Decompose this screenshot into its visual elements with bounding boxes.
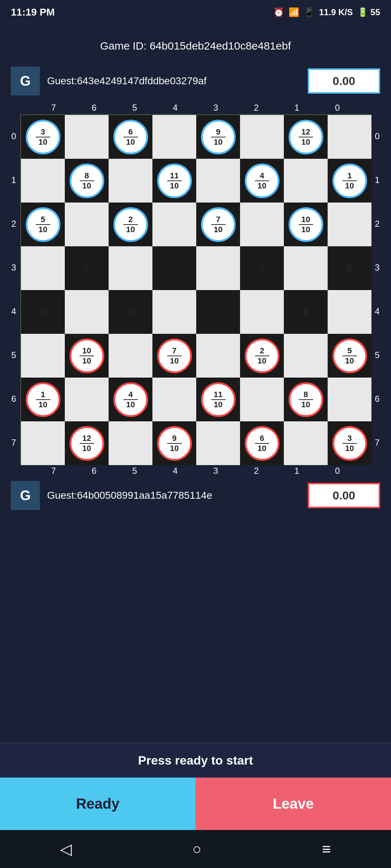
board-cell[interactable] — [328, 115, 371, 159]
operator-symbol: + — [83, 260, 91, 276]
board-cell[interactable] — [196, 159, 240, 203]
blue-piece[interactable]: 410 — [245, 163, 279, 198]
board-cell[interactable]: 1010 — [284, 203, 328, 246]
board-cell[interactable] — [65, 290, 109, 334]
blue-piece[interactable]: 710 — [201, 207, 236, 242]
blue-piece[interactable]: 910 — [201, 120, 236, 154]
blue-piece[interactable]: 210 — [113, 207, 148, 242]
board-cell[interactable]: 310 — [328, 421, 371, 465]
board-cell[interactable]: 910 — [196, 115, 240, 159]
board-cell[interactable]: 710 — [196, 203, 240, 246]
red-piece[interactable]: 1110 — [201, 382, 236, 417]
board-cell[interactable] — [240, 378, 284, 421]
board-cell[interactable] — [240, 290, 284, 334]
blue-piece[interactable]: 510 — [26, 207, 60, 242]
ready-button[interactable]: Ready — [0, 778, 196, 830]
board-cell[interactable]: 1010 — [65, 334, 109, 378]
board-cell[interactable]: 610 — [109, 115, 152, 159]
board-cell[interactable] — [284, 159, 328, 203]
board-cell[interactable] — [21, 246, 65, 290]
blue-piece[interactable]: 810 — [70, 163, 104, 198]
board-cell[interactable] — [328, 378, 371, 421]
board-cell[interactable]: + — [65, 246, 109, 290]
board-cell[interactable]: 510 — [328, 334, 371, 378]
board-container: 7 6 5 4 3 2 1 0 0 1 2 3 4 5 6 7 31061091… — [7, 101, 384, 477]
board-cell[interactable] — [109, 246, 152, 290]
red-piece[interactable]: 610 — [245, 426, 279, 461]
blue-piece[interactable]: 1210 — [289, 120, 323, 154]
board-cell[interactable]: 410 — [109, 378, 152, 421]
board-cell[interactable] — [284, 246, 328, 290]
board-cell[interactable]: X — [328, 246, 371, 290]
board-cell[interactable] — [240, 203, 284, 246]
board-cell[interactable]: - — [196, 290, 240, 334]
board-cell[interactable]: 210 — [240, 334, 284, 378]
back-icon[interactable]: ◁ — [60, 840, 72, 858]
board-cell[interactable]: 810 — [284, 378, 328, 421]
board-cell[interactable]: 1210 — [65, 421, 109, 465]
red-piece[interactable]: 810 — [289, 382, 323, 417]
board-cell[interactable] — [284, 334, 328, 378]
red-piece[interactable]: 710 — [157, 339, 192, 373]
board-cell[interactable] — [21, 159, 65, 203]
blue-piece[interactable]: 610 — [113, 120, 148, 154]
board-cell[interactable]: 1110 — [196, 378, 240, 421]
board-cell[interactable]: ÷ — [109, 290, 152, 334]
board-cell[interactable] — [152, 115, 196, 159]
board-cell[interactable]: - — [152, 246, 196, 290]
board-cell[interactable]: 310 — [21, 115, 65, 159]
board-cell[interactable] — [65, 203, 109, 246]
board-cell[interactable] — [196, 421, 240, 465]
red-piece[interactable]: 410 — [113, 382, 148, 417]
board-cell[interactable]: 110 — [328, 159, 371, 203]
board-cell[interactable] — [109, 334, 152, 378]
board-cell[interactable]: 810 — [65, 159, 109, 203]
board-cell[interactable]: 710 — [152, 334, 196, 378]
board-cell[interactable]: 910 — [152, 421, 196, 465]
menu-icon[interactable]: ≡ — [322, 841, 331, 858]
board-cell[interactable]: 610 — [240, 421, 284, 465]
board-cell[interactable] — [196, 334, 240, 378]
red-piece[interactable]: 310 — [332, 426, 367, 461]
blue-piece[interactable]: 310 — [26, 120, 60, 154]
player1-panel: G Guest:643e4249147dfddbe03279af 0.00 — [7, 63, 384, 99]
red-piece[interactable]: 910 — [157, 426, 192, 461]
board-cell[interactable]: X — [21, 290, 65, 334]
red-piece[interactable]: 210 — [245, 339, 279, 373]
board-cell[interactable]: 110 — [21, 378, 65, 421]
board-cell[interactable]: 510 — [21, 203, 65, 246]
board-cell[interactable] — [65, 378, 109, 421]
red-piece[interactable]: 1210 — [70, 426, 104, 461]
red-piece[interactable]: 1010 — [70, 339, 104, 373]
leave-button[interactable]: Leave — [196, 778, 391, 830]
red-piece[interactable]: 110 — [26, 382, 60, 417]
board-cell[interactable] — [196, 246, 240, 290]
board-cell[interactable] — [328, 203, 371, 246]
board-cell[interactable]: 1110 — [152, 159, 196, 203]
board-cell[interactable] — [284, 421, 328, 465]
board-cell[interactable]: 1210 — [284, 115, 328, 159]
board-cell[interactable] — [240, 115, 284, 159]
blue-piece[interactable]: 1010 — [289, 207, 323, 242]
board-cell[interactable] — [65, 115, 109, 159]
board-cell[interactable] — [152, 290, 196, 334]
board-cell[interactable] — [152, 378, 196, 421]
board-cell[interactable] — [109, 159, 152, 203]
blue-piece[interactable]: 1110 — [157, 163, 192, 198]
board-cell[interactable] — [328, 290, 371, 334]
action-buttons: Ready Leave — [0, 778, 391, 830]
board-cell[interactable] — [21, 334, 65, 378]
red-piece[interactable]: 510 — [332, 339, 367, 373]
game-board[interactable]: 310610910121081011104101105102107101010+… — [20, 114, 371, 464]
board-cell[interactable]: 410 — [240, 159, 284, 203]
blue-piece[interactable]: 110 — [332, 163, 367, 198]
board-wrapper: 0 1 2 3 4 5 6 7 310610910121081011104101… — [7, 114, 384, 464]
board-cell[interactable] — [152, 203, 196, 246]
board-cell[interactable]: + — [284, 290, 328, 334]
time: 11:19 PM — [11, 7, 55, 18]
board-cell[interactable]: ÷ — [240, 246, 284, 290]
home-icon[interactable]: ○ — [192, 841, 201, 858]
board-cell[interactable]: 210 — [109, 203, 152, 246]
board-cell[interactable] — [21, 421, 65, 465]
board-cell[interactable] — [109, 421, 152, 465]
